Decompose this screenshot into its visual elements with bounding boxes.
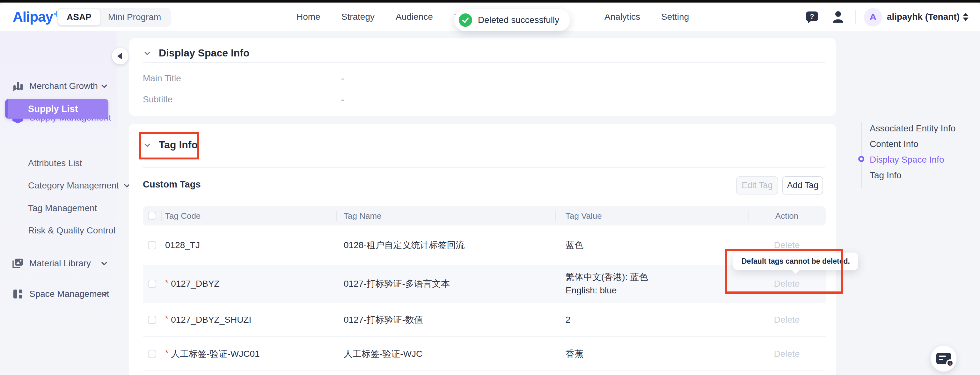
cell-tag-value: 蓝色 [555,239,748,251]
sidebar-item-risk-quality-control[interactable]: Risk & Quality Control [28,225,115,236]
row-checkbox[interactable] [148,280,156,288]
field-label: Subtitle [143,94,341,105]
display-space-info-header[interactable]: Display Space Info [143,47,250,59]
chevron-down-icon [143,140,152,150]
cell-tag-value: 香蕉 [555,348,748,360]
avatar[interactable]: A [864,8,882,26]
delete-link[interactable]: Delete [774,315,800,325]
anchor-rail [861,122,862,188]
custom-tags-title: Custom Tags [143,179,201,190]
toast-deleted: Deleted successfully [454,9,570,31]
account-switch-icon[interactable] [963,13,969,21]
divider [143,168,825,168]
col-header-tag-name: Tag Name [336,206,555,225]
chevron-down-icon [143,49,152,58]
svg-text:?: ? [810,13,814,21]
row-checkbox[interactable] [148,316,156,324]
cell-tag-code: *人工标签-验证-WJC01 [161,348,336,360]
card-info-icon: i [936,353,951,364]
anchor-associated-entity-info[interactable]: Associated Entity Info [870,123,955,134]
table-row: *0127_DBYZ_SHUZI 0127-打标验证-数值 2 Delete [143,303,826,337]
custom-tags-table: Tag Code Tag Name Tag Value Action 0128_… [143,206,826,371]
chevron-down-icon [100,259,108,268]
display-space-info-card: Display Space Info Main Title - Subtitle… [129,38,836,116]
toast-message: Deleted successfully [478,15,559,25]
image-library-icon [11,257,24,270]
collapse-arrow-icon [117,53,122,60]
cell-tag-code: *0127_DBYZ [161,279,336,289]
edit-tag-button[interactable]: Edit Tag [736,176,778,195]
required-asterisk: * [165,278,168,287]
col-header-tag-value: Tag Value [555,206,748,225]
help-icon[interactable]: ? [804,9,819,24]
delete-link[interactable]: Delete [774,240,800,251]
nav-setting[interactable]: Setting [661,12,689,22]
layout-blocks-icon [11,288,24,300]
sidebar-item-space-management[interactable]: Space Management [0,285,117,303]
table-header-row: Tag Code Tag Name Tag Value Action [143,206,826,225]
anchor-tag-info[interactable]: Tag Info [870,170,902,180]
delete-link[interactable]: Delete [774,279,800,289]
alipay-logo[interactable]: Alipay + [13,3,60,31]
cell-tag-name: 0128-租户自定义统计标签回流 [336,239,555,251]
field-subtitle: Subtitle - [143,94,344,105]
col-header-action: Action [748,206,826,225]
cell-tag-name: 人工标签-验证-WJC [336,348,555,360]
chevron-down-icon [100,82,108,90]
cell-tag-value: 繁体中文(香港): 蓝色 English: blue [555,270,748,297]
col-header-tag-code: Tag Code [161,206,336,225]
user-icon[interactable] [830,9,846,24]
table-row-highlighted: *0127_DBYZ 0127-打标验证-多语言文本 繁体中文(香港): 蓝色 … [143,265,826,303]
table-row: 0128_TJ 0128-租户自定义统计标签回流 蓝色 Delete [143,225,826,265]
cell-tag-name: 0127-打标验证-多语言文本 [336,278,555,290]
tag-info-card: Tag Info Custom Tags Edit Tag Add Tag Ta… [129,124,836,375]
section-title: Display Space Info [159,47,250,59]
logo-text: Alipay [13,9,53,25]
nav-audience[interactable]: Audience [396,12,433,22]
bar-chart-icon [11,80,24,92]
sidebar-item-label: Category Management [28,180,119,191]
sidebar-item-supply-list[interactable]: Supply List [5,99,108,119]
table-row: *人工标签-验证-WJC01 人工标签-验证-WJC 香蕉 Delete [143,337,826,371]
sidebar-item-category-management[interactable]: Category Management [28,180,131,191]
select-all-checkbox[interactable] [148,212,156,220]
sidebar: Merchant Growth Supply Management Supply… [0,31,117,375]
feedback-fab-button[interactable]: i [930,345,957,372]
tab-mini-program[interactable]: Mini Program [100,9,169,25]
tab-asap[interactable]: ASAP [58,9,100,25]
required-asterisk: * [165,348,168,357]
tag-info-header[interactable]: Tag Info [143,139,198,151]
cell-tag-code: *0127_DBYZ_SHUZI [161,315,336,325]
sidebar-item-merchant-growth[interactable]: Merchant Growth [0,77,117,95]
nav-home[interactable]: Home [296,12,320,22]
sidebar-item-tag-management[interactable]: Tag Management [28,203,97,213]
nav-analytics[interactable]: Analytics [605,12,640,22]
success-check-icon [459,13,472,27]
workspace-switcher: ASAP Mini Program [57,8,171,27]
row-checkbox[interactable] [148,350,156,358]
delete-tooltip: Default tags cannot be deleted. [733,252,858,270]
nav-strategy[interactable]: Strategy [341,12,375,22]
field-label: Main Title [143,73,341,83]
sidebar-collapse-button[interactable] [112,48,129,64]
cell-tag-code: 0128_TJ [161,240,336,251]
delete-link[interactable]: Delete [774,349,800,359]
chevron-down-icon [100,290,108,298]
tooltip-text: Default tags cannot be deleted. [741,257,850,265]
sidebar-item-label: Material Library [29,258,91,268]
add-tag-button[interactable]: Add Tag [782,176,823,195]
header-right: ? A alipayhk (Tenant) [794,3,969,31]
browser-top-strip [0,0,980,3]
account-name[interactable]: alipayhk (Tenant) [887,12,959,22]
required-asterisk: * [165,314,168,323]
anchor-active-dot [858,156,864,162]
pill-accent-strip [5,99,8,119]
cell-tag-name: 0127-打标验证-数值 [336,314,555,326]
anchor-content-info[interactable]: Content Info [870,139,918,149]
tag-value-line: English: blue [566,284,748,297]
sidebar-item-attributes-list[interactable]: Attributes List [28,158,82,168]
section-title: Tag Info [159,139,198,151]
sidebar-item-material-library[interactable]: Material Library [0,254,117,272]
anchor-display-space-info[interactable]: Display Space Info [870,155,944,165]
row-checkbox[interactable] [148,241,156,249]
